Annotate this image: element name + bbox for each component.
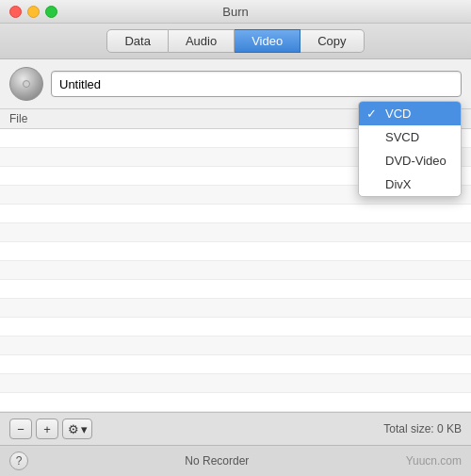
add-button[interactable]: + (36, 419, 58, 439)
file-row (0, 374, 471, 393)
tab-audio[interactable]: Audio (169, 29, 235, 53)
settings-button[interactable]: ⚙ ▾ (62, 419, 92, 439)
total-size-label: Total size: 0 KB (383, 422, 462, 435)
help-button[interactable]: ? (9, 451, 28, 470)
main-content: VCD SVCD DVD-Video DivX File − + ⚙ (0, 59, 471, 476)
chevron-down-icon: ▾ (81, 422, 88, 436)
title-input[interactable] (51, 71, 462, 97)
file-column-header: File (9, 112, 27, 125)
disc-icon (9, 67, 43, 101)
disc-outer (9, 67, 43, 101)
file-row (0, 336, 471, 355)
tab-data[interactable]: Data (106, 29, 168, 53)
bottom-toolbar: − + ⚙ ▾ Total size: 0 KB (0, 412, 471, 445)
file-row (0, 261, 471, 280)
file-row (0, 318, 471, 336)
gear-icon: ⚙ (68, 422, 79, 436)
title-bar: Burn (0, 0, 471, 24)
file-row (0, 242, 471, 261)
toolbar-left: − + ⚙ ▾ (9, 419, 92, 439)
file-row (0, 223, 471, 242)
file-row (0, 393, 471, 412)
traffic-lights (9, 6, 57, 18)
minimize-button[interactable] (27, 6, 40, 18)
file-row (0, 355, 471, 374)
file-row (0, 299, 471, 318)
dropdown-item-vcd[interactable]: VCD (359, 102, 461, 125)
file-row (0, 205, 471, 223)
close-button[interactable] (9, 6, 22, 18)
dropdown-item-divx[interactable]: DivX (359, 172, 461, 196)
format-dropdown[interactable]: VCD SVCD DVD-Video DivX (358, 101, 462, 197)
top-row: VCD SVCD DVD-Video DivX (0, 59, 471, 109)
tab-bar: Data Audio Video Copy (0, 24, 471, 59)
remove-button[interactable]: − (9, 419, 32, 439)
dropdown-item-svcd[interactable]: SVCD (359, 125, 461, 149)
no-recorder-label: No Recorder (185, 454, 249, 468)
dropdown-item-dvd-video[interactable]: DVD-Video (359, 149, 461, 172)
tab-copy[interactable]: Copy (300, 29, 364, 53)
recorder-bar: ? No Recorder Yuucn.com (0, 445, 471, 476)
disc-inner (23, 80, 30, 88)
watermark-label: Yuucn.com (406, 454, 462, 468)
app-title: Burn (222, 5, 248, 19)
file-row (0, 280, 471, 299)
tab-video[interactable]: Video (235, 29, 300, 53)
maximize-button[interactable] (45, 6, 57, 18)
